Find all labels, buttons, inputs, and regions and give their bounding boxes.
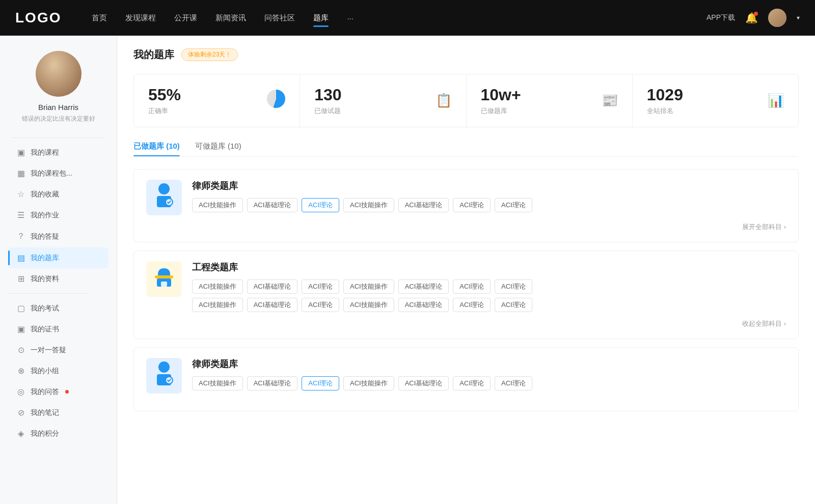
main-content: 我的题库 体验剩余23天！ 55% 正确率 130 已做试题 📋 [117, 36, 815, 504]
sidebar-item-label-myqa: 我的问答 [31, 387, 59, 397]
qbank-tag[interactable]: ACI基础理论 [398, 198, 449, 212]
stat-accuracy-label: 正确率 [148, 106, 181, 116]
qbank-tag[interactable]: ACI理论 [302, 279, 339, 294]
qbank-tag[interactable]: ACI技能操作 [192, 198, 243, 212]
page-title-row: 我的题库 体验剩余23天！ [133, 48, 799, 62]
qbank-tag[interactable]: ACI技能操作 [343, 279, 394, 294]
sidebar-item-tutor[interactable]: ⊙ 一对一答疑 [8, 340, 108, 360]
qbank-tag[interactable]: ACI基础理论 [398, 376, 449, 390]
tab-available-banks[interactable]: 可做题库 (10) [195, 142, 241, 156]
qbank-tag[interactable]: ACI技能操作 [192, 376, 243, 390]
stat-accuracy-value: 55% [148, 86, 181, 104]
avatar[interactable] [768, 9, 786, 27]
app-download-btn[interactable]: APP下载 [707, 13, 735, 22]
qbank-tag[interactable]: ACI技能操作 [192, 279, 243, 294]
exam-icon: ▢ [16, 303, 25, 313]
qbank-engineer-title: 工程类题库 [192, 261, 786, 273]
sidebar-item-questionbank[interactable]: ▤ 我的题库 [8, 247, 108, 268]
qbank-tag[interactable]: ACI基础理论 [247, 198, 298, 212]
sidebar-item-notes[interactable]: ⊘ 我的笔记 [8, 402, 108, 423]
circle-chart [267, 90, 285, 108]
homework-icon: ☰ [16, 210, 25, 220]
sidebar-item-myqa[interactable]: ◎ 我的问答 [8, 381, 108, 402]
qbank-tag[interactable]: ACI理论 [453, 279, 491, 294]
coursepack-icon: ▦ [16, 169, 25, 178]
nav-discover[interactable]: 发现课程 [125, 11, 156, 25]
sidebar-divider-top [12, 137, 105, 138]
stat-done-questions-icon: 📋 [436, 93, 452, 108]
qbank-engineer-expand[interactable]: 收起全部科目 › [146, 319, 786, 328]
header-right: APP下载 🔔 ▾ [707, 9, 800, 27]
qbank-engineer: 工程类题库 ACI技能操作 ACI基础理论 ACI理论 ACI技能操作 ACI基… [133, 250, 799, 339]
svg-rect-3 [155, 275, 173, 278]
qbank-engineer-tags-row1: ACI技能操作 ACI基础理论 ACI理论 ACI技能操作 ACI基础理论 AC… [192, 279, 786, 294]
qbank-tag[interactable]: ACI基础理论 [398, 279, 449, 294]
nav-open-course[interactable]: 公开课 [174, 11, 197, 25]
svg-rect-5 [161, 282, 167, 287]
myqa-icon: ◎ [16, 387, 25, 397]
qbank-tag[interactable]: ACI基础理论 [247, 376, 298, 390]
sidebar-item-coursepack[interactable]: ▦ 我的课程包... [8, 163, 108, 184]
sidebar-item-exam[interactable]: ▢ 我的考试 [8, 298, 108, 319]
logo: LOGO [15, 10, 61, 26]
qbank-tag[interactable]: ACI理论 [495, 279, 532, 294]
qbank-tag[interactable]: ACI理论 [495, 376, 532, 390]
qbank-tag[interactable]: ACI基础理论 [247, 298, 298, 312]
qbank-tag[interactable]: ACI理论 [453, 298, 491, 312]
qbank-tag-highlighted[interactable]: ACI理论 [302, 376, 339, 390]
qbank-tag[interactable]: ACI技能操作 [343, 298, 394, 312]
qbank-tag[interactable]: ACI技能操作 [192, 298, 243, 312]
sidebar-item-label-tutor: 一对一答疑 [31, 346, 66, 355]
sidebar-item-mycourse[interactable]: ▣ 我的课程 [8, 142, 108, 163]
sidebar-menu: ▣ 我的课程 ▦ 我的课程包... ☆ 我的收藏 ☰ 我的作业 ？ 我的答疑 ▤… [0, 142, 117, 444]
qbank-engineer-icon [153, 264, 175, 294]
sidebar-avatar [36, 51, 82, 97]
sidebar-item-group[interactable]: ⊗ 我的小组 [8, 360, 108, 381]
mycourse-icon: ▣ [16, 148, 25, 157]
qbank-tag[interactable]: ACI技能操作 [343, 376, 394, 390]
qbank-lawyer-2: 律师类题库 ACI技能操作 ACI基础理论 ACI理论 ACI技能操作 ACI基… [133, 347, 799, 411]
user-dropdown-icon[interactable]: ▾ [797, 14, 800, 21]
sidebar-item-cert[interactable]: ▣ 我的证书 [8, 319, 108, 340]
qbank-tag[interactable]: ACI理论 [302, 298, 339, 312]
sidebar-motto: 错误的决定比没有决定要好 [22, 115, 95, 123]
qa-mine-icon: ？ [16, 231, 25, 242]
tab-done-banks[interactable]: 已做题库 (10) [133, 142, 180, 156]
sidebar-item-favorites[interactable]: ☆ 我的收藏 [8, 184, 108, 205]
nav-questionbank[interactable]: 题库 [313, 11, 329, 25]
sidebar: Brian Harris 错误的决定比没有决定要好 ▣ 我的课程 ▦ 我的课程包… [0, 36, 117, 504]
sidebar-item-points[interactable]: ◈ 我的积分 [8, 423, 108, 444]
qbank-tag-highlighted[interactable]: ACI理论 [302, 198, 339, 212]
qbank-tag[interactable]: ACI理论 [453, 376, 491, 390]
header: LOGO 首页 发现课程 公开课 新闻资讯 问答社区 题库 ··· APP下载 … [0, 0, 815, 36]
sidebar-item-label-favorites: 我的收藏 [31, 190, 59, 199]
qbank-lawyer-1-title: 律师类题库 [192, 180, 532, 192]
tutor-icon: ⊙ [16, 345, 25, 355]
main-wrapper: Brian Harris 错误的决定比没有决定要好 ▣ 我的课程 ▦ 我的课程包… [0, 36, 815, 504]
nav-news[interactable]: 新闻资讯 [215, 11, 246, 25]
stat-done-banks-label: 已做题库 [481, 106, 521, 116]
nav-qa[interactable]: 问答社区 [264, 11, 295, 25]
svg-point-6 [158, 361, 170, 373]
qbank-tag[interactable]: ACI基础理论 [398, 298, 449, 312]
qbank-lawyer-2-header: 律师类题库 ACI技能操作 ACI基础理论 ACI理论 ACI技能操作 ACI基… [146, 358, 786, 394]
mydata-icon: ⊞ [16, 274, 25, 284]
qbank-tag[interactable]: ACI理论 [495, 298, 532, 312]
qbank-tag[interactable]: ACI理论 [453, 198, 491, 212]
qbank-lawyer-1-header: 律师类题库 ACI技能操作 ACI基础理论 ACI理论 ACI技能操作 ACI基… [146, 180, 786, 215]
sidebar-item-qa-mine[interactable]: ？ 我的答疑 [8, 226, 108, 247]
sidebar-item-homework[interactable]: ☰ 我的作业 [8, 205, 108, 226]
nav-home[interactable]: 首页 [92, 11, 107, 25]
stat-done-questions-left: 130 已做试题 [314, 86, 341, 116]
sidebar-item-mydata[interactable]: ⊞ 我的资料 [8, 268, 108, 289]
qbank-tag[interactable]: ACI基础理论 [247, 279, 298, 294]
sidebar-item-label-mydata: 我的资料 [31, 274, 59, 284]
notification-bell[interactable]: 🔔 [745, 12, 758, 24]
qbank-tag[interactable]: ACI技能操作 [343, 198, 394, 212]
qbank-tag[interactable]: ACI理论 [495, 198, 532, 212]
stat-done-banks-left: 10w+ 已做题库 [481, 86, 521, 116]
sidebar-item-label-coursepack: 我的课程包... [31, 169, 72, 178]
nav-more[interactable]: ··· [347, 12, 354, 24]
stat-ranking-icon: 📊 [768, 93, 784, 108]
qbank-lawyer-1-expand[interactable]: 展开全部科目 › [146, 222, 786, 232]
